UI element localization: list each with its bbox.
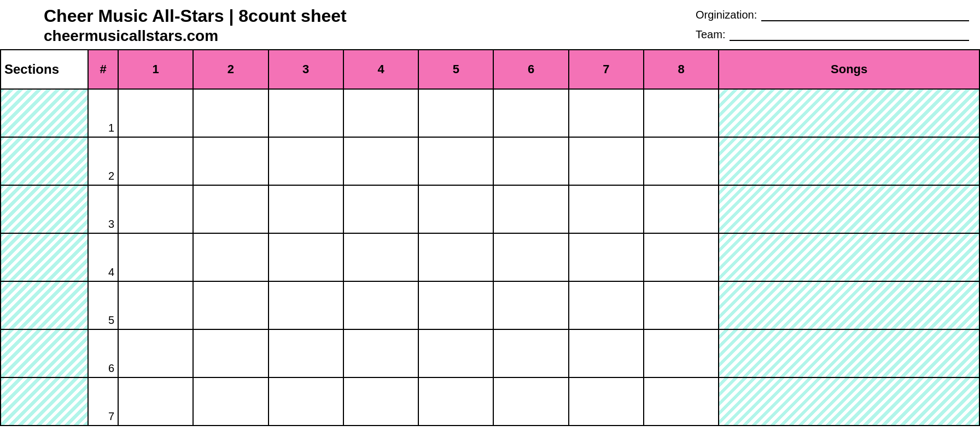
data-cell-row1-col2[interactable] <box>193 89 268 137</box>
data-cell-row3-col3[interactable] <box>269 185 343 233</box>
data-cell-row5-col6[interactable] <box>493 281 568 329</box>
num-cell-2: 2 <box>88 137 118 185</box>
data-cell-row3-col2[interactable] <box>193 185 268 233</box>
data-cell-row3-col6[interactable] <box>493 185 568 233</box>
table-row: 1 <box>1 89 979 137</box>
data-cell-row3-col4[interactable] <box>343 185 418 233</box>
data-cell-row4-col8[interactable] <box>644 233 719 281</box>
data-cell-row7-col8[interactable] <box>644 377 719 426</box>
num-cell-1: 1 <box>88 89 118 137</box>
header-subtitle: cheermusicallstars.com <box>44 27 347 45</box>
data-cell-row4-col4[interactable] <box>343 233 418 281</box>
data-cell-row5-col5[interactable] <box>418 281 493 329</box>
num-cell-4: 4 <box>88 233 118 281</box>
songs-cell-5[interactable] <box>719 281 979 329</box>
data-cell-row7-col3[interactable] <box>269 377 343 426</box>
table-row: 5 <box>1 281 979 329</box>
data-cell-row7-col1[interactable] <box>118 377 193 426</box>
table-row: 7 <box>1 377 979 426</box>
data-cell-row2-col2[interactable] <box>193 137 268 185</box>
data-cell-row1-col5[interactable] <box>418 89 493 137</box>
section-cell-2[interactable] <box>1 137 88 185</box>
data-cell-row2-col6[interactable] <box>493 137 568 185</box>
data-cell-row6-col7[interactable] <box>569 329 644 377</box>
data-cell-row6-col3[interactable] <box>269 329 343 377</box>
data-cell-row4-col1[interactable] <box>118 233 193 281</box>
data-cell-row4-col3[interactable] <box>269 233 343 281</box>
team-label: Team: <box>696 28 725 41</box>
num-cell-6: 6 <box>88 329 118 377</box>
data-cell-row2-col5[interactable] <box>418 137 493 185</box>
data-cell-row6-col8[interactable] <box>644 329 719 377</box>
header-right: Orginization: Team: <box>696 5 969 41</box>
data-cell-row7-col5[interactable] <box>418 377 493 426</box>
data-cell-row1-col1[interactable] <box>118 89 193 137</box>
songs-cell-3[interactable] <box>719 185 979 233</box>
data-cell-row4-col2[interactable] <box>193 233 268 281</box>
data-cell-row2-col7[interactable] <box>569 137 644 185</box>
data-cell-row6-col1[interactable] <box>118 329 193 377</box>
count-8-header: 8 <box>644 50 719 89</box>
organization-line <box>761 8 969 21</box>
data-cell-row6-col4[interactable] <box>343 329 418 377</box>
data-cell-row1-col7[interactable] <box>569 89 644 137</box>
data-cell-row2-col3[interactable] <box>269 137 343 185</box>
table-wrapper: Sections # 1 2 3 4 5 6 7 8 Songs 1234567 <box>0 49 980 426</box>
count-6-header: 6 <box>493 50 568 89</box>
data-cell-row1-col4[interactable] <box>343 89 418 137</box>
section-cell-4[interactable] <box>1 233 88 281</box>
data-cell-row1-col3[interactable] <box>269 89 343 137</box>
organization-field-row: Orginization: <box>696 8 969 21</box>
songs-cell-6[interactable] <box>719 329 979 377</box>
data-cell-row5-col2[interactable] <box>193 281 268 329</box>
count-3-header: 3 <box>269 50 343 89</box>
data-cell-row6-col6[interactable] <box>493 329 568 377</box>
data-cell-row7-col4[interactable] <box>343 377 418 426</box>
num-cell-3: 3 <box>88 185 118 233</box>
section-cell-5[interactable] <box>1 281 88 329</box>
header-left: Cheer Music All-Stars | 8count sheet che… <box>44 5 347 45</box>
data-cell-row2-col8[interactable] <box>644 137 719 185</box>
data-cell-row3-col7[interactable] <box>569 185 644 233</box>
data-cell-row5-col1[interactable] <box>118 281 193 329</box>
data-cell-row2-col1[interactable] <box>118 137 193 185</box>
data-cell-row4-col6[interactable] <box>493 233 568 281</box>
header-title: Cheer Music All-Stars | 8count sheet <box>44 5 347 26</box>
data-cell-row2-col4[interactable] <box>343 137 418 185</box>
data-cell-row6-col5[interactable] <box>418 329 493 377</box>
data-cell-row4-col5[interactable] <box>418 233 493 281</box>
data-cell-row5-col7[interactable] <box>569 281 644 329</box>
data-cell-row7-col6[interactable] <box>493 377 568 426</box>
songs-cell-1[interactable] <box>719 89 979 137</box>
section-cell-6[interactable] <box>1 329 88 377</box>
section-cell-1[interactable] <box>1 89 88 137</box>
data-cell-row7-col7[interactable] <box>569 377 644 426</box>
data-cell-row4-col7[interactable] <box>569 233 644 281</box>
count-4-header: 4 <box>343 50 418 89</box>
section-cell-7[interactable] <box>1 377 88 426</box>
section-cell-3[interactable] <box>1 185 88 233</box>
count-7-header: 7 <box>569 50 644 89</box>
data-cell-row3-col1[interactable] <box>118 185 193 233</box>
team-field-row: Team: <box>696 28 969 41</box>
table-header-row: Sections # 1 2 3 4 5 6 7 8 Songs <box>1 50 979 89</box>
num-cell-5: 5 <box>88 281 118 329</box>
data-cell-row5-col3[interactable] <box>269 281 343 329</box>
table-body: 1234567 <box>1 89 979 426</box>
sections-header: Sections <box>1 50 88 89</box>
songs-cell-7[interactable] <box>719 377 979 426</box>
songs-cell-4[interactable] <box>719 233 979 281</box>
table-row: 6 <box>1 329 979 377</box>
songs-cell-2[interactable] <box>719 137 979 185</box>
organization-label: Orginization: <box>696 9 757 21</box>
data-cell-row7-col2[interactable] <box>193 377 268 426</box>
count-5-header: 5 <box>418 50 493 89</box>
data-cell-row5-col8[interactable] <box>644 281 719 329</box>
eightcount-table: Sections # 1 2 3 4 5 6 7 8 Songs 1234567 <box>0 49 980 426</box>
data-cell-row3-col8[interactable] <box>644 185 719 233</box>
data-cell-row3-col5[interactable] <box>418 185 493 233</box>
data-cell-row1-col8[interactable] <box>644 89 719 137</box>
data-cell-row5-col4[interactable] <box>343 281 418 329</box>
data-cell-row6-col2[interactable] <box>193 329 268 377</box>
data-cell-row1-col6[interactable] <box>493 89 568 137</box>
